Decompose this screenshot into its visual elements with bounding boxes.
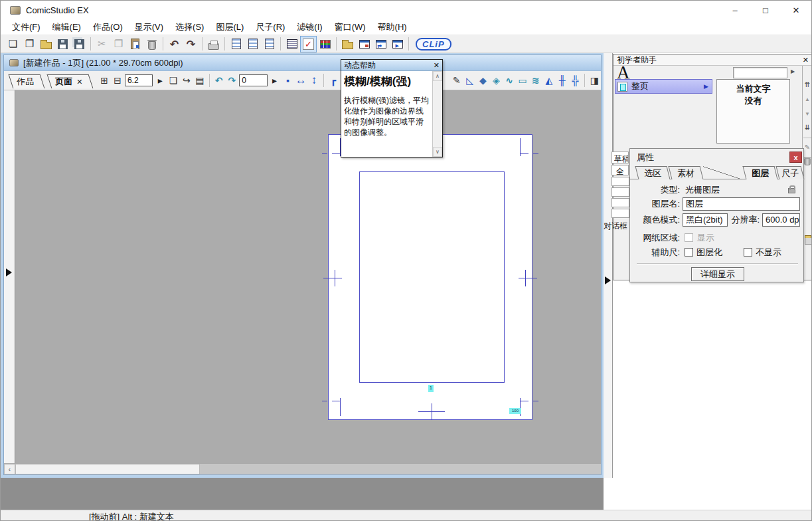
hidden-panel-row[interactable]: 全 [611,165,629,175]
resolution-select[interactable]: 600.0 dpi [762,213,800,227]
scroll-down-icon[interactable]: ∨ [433,147,442,157]
curve-ruler-icon[interactable]: ∿ [503,73,516,88]
beginner-text-field[interactable] [733,67,787,78]
first-page-icon[interactable]: ❏ [167,73,180,88]
menu-help[interactable]: 帮助(H) [372,19,413,35]
canvas[interactable]: 1 100 [4,90,601,463]
help-scrollbar[interactable]: ∧ ∨ [432,71,442,157]
remove-page-icon[interactable]: ⊟ [111,73,124,88]
tab-work[interactable]: 作品 [9,74,45,88]
layers-panel-icon[interactable] [284,37,300,52]
rotate-input[interactable]: 0 [239,74,267,86]
beginner-titlebar[interactable]: 初学者助手 ✕ [613,54,812,66]
maximize-button[interactable]: □ [750,1,781,19]
pages-icon[interactable]: ▤ [193,73,206,88]
tab-selection[interactable]: 选区 [635,166,671,179]
add-page-icon[interactable]: ⊞ [98,73,111,88]
save-all-icon[interactable] [71,37,88,52]
page-turn-icon[interactable]: ↪ [180,73,193,88]
clip-logo[interactable]: CLiP [416,38,451,51]
trash-icon[interactable] [803,156,812,167]
tab-page[interactable]: 页面✕ [47,74,94,88]
scroll-bottom-icon[interactable]: ⇊ [803,122,812,132]
paste-icon[interactable] [127,37,143,52]
grid-icon[interactable]: ╬ [569,73,582,88]
cut-icon[interactable]: ✂ [94,37,110,52]
rotate-cw-icon[interactable]: ↷ [225,73,238,88]
tab-close-icon[interactable]: ✕ [76,77,82,86]
delete-icon[interactable] [143,37,160,52]
story-text-icon[interactable] [261,37,278,52]
right-panel-expander-icon[interactable] [605,276,611,284]
undo-icon[interactable]: ↶ [166,37,183,52]
open-icon[interactable] [38,37,54,52]
grid-add-icon[interactable]: ╫ [556,73,569,88]
menu-view[interactable]: 显示(V) [129,19,169,35]
hidden-panel-row[interactable] [611,198,629,207]
layer-name-input[interactable]: 图层 [683,197,800,211]
menu-story[interactable]: 作品(O) [87,19,129,35]
field-arrow-icon[interactable]: ▶ [791,68,795,74]
scroll-left-icon[interactable]: ‹ [4,464,15,474]
document-titlebar[interactable]: [新建作品 - 1页] (21.00 * 29.70cm 600dpi) [4,55,601,71]
menu-window[interactable]: 窗口(W) [329,19,372,35]
flip-vertical-icon[interactable]: ↕ [307,73,321,88]
scroll-top-icon[interactable]: ⇈ [803,79,812,90]
menu-layer[interactable]: 图层(L) [210,19,250,35]
tab-material[interactable]: 素材 [669,166,704,179]
cube-icon[interactable]: ◆ [477,73,490,88]
rotate-spinner-icon[interactable]: ▸ [268,73,282,88]
story-list-icon[interactable] [228,37,244,52]
close-button[interactable]: ✕ [781,1,811,19]
scrollbar-thumb[interactable] [15,464,200,474]
menu-select[interactable]: 选择(S) [169,19,210,35]
panel-fragment-icon[interactable] [805,237,812,245]
pen-icon[interactable]: ✎ [450,73,463,88]
mesh-show-checkbox[interactable] [685,233,693,242]
panel-toggle-icon[interactable]: ◨ [588,73,601,88]
left-panel-expander-icon[interactable] [6,268,12,276]
hidden-panel-tab[interactable]: 草稿 [611,152,629,163]
menu-edit[interactable]: 编辑(E) [46,19,87,35]
window-swap-icon[interactable] [372,37,389,52]
new-note-icon[interactable]: ✎ [803,142,812,152]
symmetry-icon[interactable]: ◭ [542,73,556,88]
dot-icon[interactable]: ▪ [281,73,294,88]
materials-folder-icon[interactable] [339,37,356,52]
beginner-item-full-page[interactable]: 整页 ▶ [615,79,712,94]
menu-file[interactable]: 文件(F) [6,19,46,35]
print-icon[interactable] [205,37,222,52]
page[interactable]: 1 100 [328,134,532,420]
ruler-icon[interactable]: ▭ [516,73,529,88]
corner-ruler-icon[interactable]: ┏ [327,73,340,88]
scroll-up-icon[interactable]: ∧ [433,71,442,81]
window-play-icon[interactable] [389,37,406,52]
beginner-close-icon[interactable]: ✕ [803,56,809,64]
new-page-icon[interactable]: ❏ [5,37,21,52]
compass-icon[interactable]: ◈ [489,73,503,88]
triangle-ruler-icon[interactable]: ◺ [463,73,477,88]
window-new-icon[interactable] [356,37,372,52]
minimize-button[interactable]: – [720,1,750,19]
tab-ruler[interactable]: 尺子 [776,166,805,179]
save-icon[interactable] [54,37,71,52]
lock-icon[interactable] [788,188,795,193]
properties-close-button[interactable]: x [789,152,802,163]
zoom-spinner-icon[interactable]: ▸ [153,73,167,88]
scroll-down-icon[interactable]: ▼ [803,108,812,119]
tab-layer[interactable]: 图层 [743,166,778,179]
color-mode-select[interactable]: 黑白(2bit) [683,213,728,227]
story-board-icon[interactable] [244,37,261,52]
menu-filter[interactable]: 滤镜(I) [291,19,328,35]
scroll-up-icon[interactable]: ▲ [803,94,812,104]
new-story-icon[interactable]: ❐ [21,37,38,52]
flip-horizontal-icon[interactable]: ↔ [294,73,307,88]
rotate-ccw-icon[interactable]: ↶ [212,73,226,88]
layerize-checkbox[interactable] [685,248,693,257]
hidden-panel-row[interactable] [611,209,629,218]
palette-icon[interactable] [317,37,333,52]
copy-icon[interactable]: ❐ [110,37,127,52]
help-panel-titlebar[interactable]: 动态帮助 ✕ [341,60,442,71]
fan-lines-icon[interactable]: ≋ [529,73,542,88]
help-close-icon[interactable]: ✕ [434,61,440,70]
